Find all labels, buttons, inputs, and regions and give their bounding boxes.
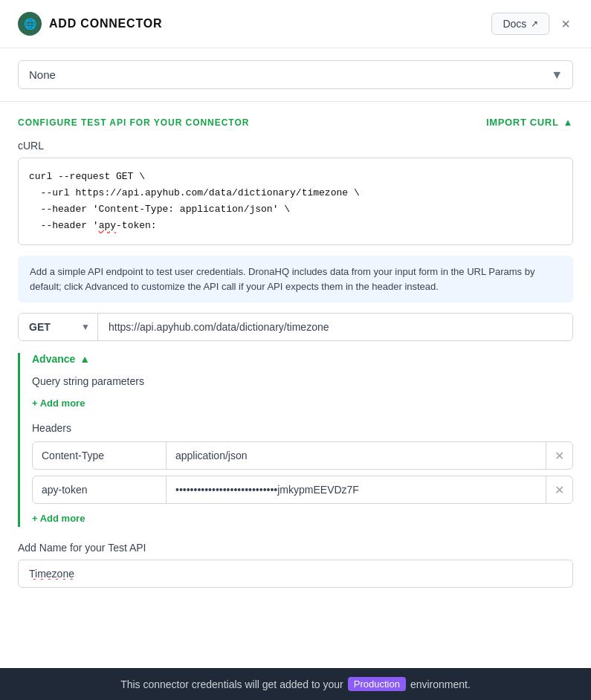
bottom-text-after: environment. (410, 678, 471, 690)
info-box: Add a simple API endpoint to test user c… (18, 256, 573, 302)
header-right: Docs ↗ × (491, 13, 573, 36)
headers-section: Headers Content-Type application/json ✕ … (32, 422, 573, 527)
header-row: Content-Type application/json ✕ (32, 441, 573, 470)
import-curl-label: IMPORT CURL (486, 117, 558, 128)
production-badge: Production (348, 677, 406, 691)
advance-label: Advance (32, 353, 75, 365)
import-curl-button[interactable]: IMPORT CURL ▲ (486, 117, 573, 128)
add-name-section: Add Name for your Test API (18, 542, 573, 588)
chevron-up-icon: ▲ (563, 117, 573, 128)
test-api-name-input[interactable] (18, 560, 573, 588)
query-params-label: Query string parameters (32, 375, 573, 387)
docs-label: Docs (503, 18, 526, 30)
curl-label: cURL (18, 140, 573, 152)
advance-chevron-icon: ▲ (80, 353, 90, 365)
bottom-bar: This connector credentials will get adde… (0, 668, 591, 700)
header-key-apy-token: apy-token (33, 476, 167, 503)
header-val-content-type: application/json (167, 442, 546, 469)
http-method-select[interactable]: GET POST PUT DELETE PATCH (19, 314, 97, 340)
add-query-param-button[interactable]: + Add more (32, 395, 85, 412)
docs-button[interactable]: Docs ↗ (491, 13, 549, 35)
advance-section: Advance ▲ Query string parameters + Add … (18, 353, 573, 527)
connector-select[interactable]: None (18, 60, 573, 89)
header-row: apy-token ••••••••••••••••••••••••••••jm… (32, 476, 573, 504)
add-name-label: Add Name for your Test API (18, 542, 573, 554)
config-title: CONFIGURE TEST API FOR YOUR CONNECTOR (18, 117, 249, 128)
connector-select-wrapper: None ▼ (18, 60, 573, 89)
header-key-content-type: Content-Type (33, 442, 167, 469)
delete-header-1-button[interactable]: ✕ (546, 476, 572, 503)
header-left: 🌐 ADD CONNECTOR (18, 12, 162, 36)
api-url-input[interactable] (98, 314, 572, 340)
headers-label: Headers (32, 422, 573, 434)
delete-header-0-button[interactable]: ✕ (546, 442, 572, 469)
main-content: CONFIGURE TEST API FOR YOUR CONNECTOR IM… (0, 102, 591, 603)
external-link-icon: ↗ (531, 19, 538, 29)
page-title: ADD CONNECTOR (49, 17, 162, 30)
close-button[interactable]: × (558, 13, 573, 36)
advance-toggle[interactable]: Advance ▲ (32, 353, 90, 365)
logo-text: 🌐 (24, 18, 36, 30)
header-val-apy-token: ••••••••••••••••••••••••••••jmkypmEEVDz7… (167, 476, 546, 503)
add-header-button[interactable]: + Add more (32, 510, 85, 527)
top-select-section: None ▼ (0, 48, 591, 102)
page-header: 🌐 ADD CONNECTOR Docs ↗ × (0, 0, 591, 48)
app-logo: 🌐 (18, 12, 42, 36)
bottom-text-before: This connector credentials will get adde… (120, 678, 343, 690)
curl-input[interactable]: curl --request GET \ --url https://api.a… (18, 158, 573, 245)
method-url-row: GET POST PUT DELETE PATCH ▼ (18, 313, 573, 341)
config-header: CONFIGURE TEST API FOR YOUR CONNECTOR IM… (18, 117, 573, 128)
method-select-wrapper: GET POST PUT DELETE PATCH ▼ (19, 314, 98, 340)
